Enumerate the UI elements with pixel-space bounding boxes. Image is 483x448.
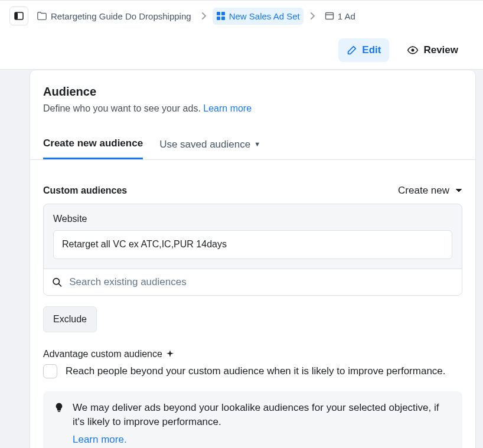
breadcrumb: Retargeting Guide Do Dropshipping New Sa… — [0, 0, 483, 31]
selected-audience-chip[interactable]: Retarget all VC ex ATC,IC,PUR 14days — [53, 230, 452, 259]
grid-icon — [216, 11, 226, 21]
breadcrumb-campaign-label: Retargeting Guide Do Dropshipping — [51, 10, 191, 22]
advantage-description: Reach people beyond your custom audience… — [66, 364, 446, 378]
audience-title: Audience — [43, 83, 462, 100]
info-banner: We may deliver ads beyond your lookalike… — [43, 391, 462, 448]
edit-button[interactable]: Edit — [338, 38, 389, 62]
svg-rect-4 — [217, 17, 220, 20]
create-new-button[interactable]: Create new — [398, 184, 462, 198]
caret-down-icon: ▼ — [254, 140, 260, 149]
tab-saved[interactable]: Use saved audience ▼ — [159, 129, 260, 159]
panel-toggle-button[interactable] — [9, 6, 28, 25]
toolbar: Edit Review — [0, 31, 483, 69]
svg-rect-6 — [325, 13, 333, 19]
exclude-button[interactable]: Exclude — [43, 306, 97, 332]
tab-create-new[interactable]: Create new audience — [43, 129, 143, 159]
advantage-checkbox[interactable] — [43, 364, 57, 378]
custom-audiences-label: Custom audiences — [43, 184, 127, 197]
panel-icon — [14, 11, 24, 21]
advantage-audience-label: Advantage custom audience — [43, 348, 462, 361]
breadcrumb-adset[interactable]: New Sales Ad Set — [213, 8, 303, 25]
selected-audience-text: Retarget all VC ex ATC,IC,PUR 14days — [62, 239, 227, 249]
search-icon — [52, 277, 62, 287]
svg-rect-1 — [15, 12, 18, 19]
tab-saved-label: Use saved audience — [159, 138, 250, 152]
folder-icon — [37, 11, 47, 21]
tab-create-label: Create new audience — [43, 136, 143, 151]
eye-icon — [407, 44, 419, 56]
audience-card: Audience Define who you want to see your… — [30, 70, 476, 448]
info-banner-text: We may deliver ads beyond your lookalike… — [73, 402, 439, 427]
audience-selection-box: Website Retarget all VC ex ATC,IC,PUR 14… — [43, 204, 462, 296]
learn-more-link[interactable]: Learn more — [203, 103, 252, 113]
ad-icon — [325, 11, 334, 21]
svg-rect-11 — [58, 411, 61, 412]
breadcrumb-ad[interactable]: 1 Ad — [321, 8, 359, 25]
info-learn-more-link[interactable]: Learn more. — [73, 433, 452, 447]
breadcrumb-adset-label: New Sales Ad Set — [229, 10, 300, 22]
edit-icon — [347, 45, 357, 55]
svg-point-9 — [53, 278, 59, 284]
chevron-right-icon — [200, 12, 208, 19]
exclude-label: Exclude — [53, 314, 87, 324]
breadcrumb-ad-label: 1 Ad — [338, 10, 355, 22]
review-button[interactable]: Review — [399, 38, 466, 62]
review-label: Review — [423, 43, 458, 57]
breadcrumb-campaign[interactable]: Retargeting Guide Do Dropshipping — [33, 8, 195, 25]
audience-subtitle: Define who you want to see your ads. Lea… — [43, 102, 462, 115]
audience-source-label: Website — [53, 212, 452, 225]
create-new-label: Create new — [398, 184, 449, 198]
audience-tabs: Create new audience Use saved audience ▼ — [30, 129, 475, 160]
sparkle-icon — [166, 350, 174, 358]
lightbulb-icon — [54, 402, 64, 413]
search-existing-row[interactable] — [44, 269, 462, 295]
svg-rect-2 — [217, 12, 220, 15]
svg-point-8 — [412, 48, 415, 51]
search-input[interactable] — [69, 276, 453, 288]
chevron-right-icon — [308, 12, 316, 19]
svg-rect-5 — [221, 17, 225, 20]
caret-down-icon — [455, 188, 462, 193]
edit-label: Edit — [362, 43, 381, 57]
svg-rect-3 — [221, 12, 225, 15]
svg-line-10 — [59, 284, 61, 286]
